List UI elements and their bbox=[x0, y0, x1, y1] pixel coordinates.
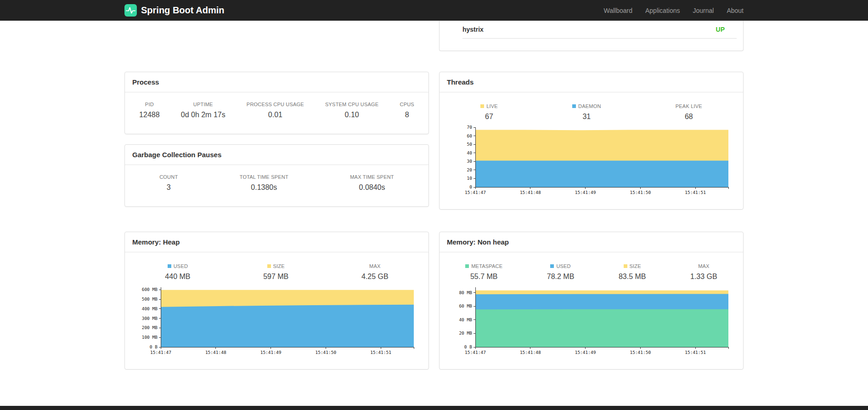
threads-panel: Threads LIVE 67 DAEMON 3 bbox=[439, 72, 744, 210]
svg-text:40 MB: 40 MB bbox=[459, 317, 472, 322]
nav-link-applications[interactable]: Applications bbox=[645, 7, 680, 14]
stat-value: 0d 0h 2m 17s bbox=[181, 111, 225, 119]
stat-value: 0.0840s bbox=[350, 183, 394, 192]
legend-value: 440 MB bbox=[165, 273, 190, 281]
legend-item-max: MAX 4.25 GB bbox=[361, 263, 389, 281]
stat-label: MAX TIME SPENT bbox=[350, 174, 394, 180]
panel-title: Garbage Collection Pauses bbox=[125, 145, 428, 165]
svg-text:15:41:51: 15:41:51 bbox=[685, 190, 706, 195]
stat-gc-max-time: MAX TIME SPENT 0.0840s bbox=[350, 174, 394, 192]
stat-label: CPUS bbox=[400, 102, 414, 107]
nav-link-wallboard[interactable]: Wallboard bbox=[603, 7, 632, 14]
svg-text:15:41:50: 15:41:50 bbox=[630, 190, 651, 195]
legend-value: 4.25 GB bbox=[361, 273, 389, 281]
stat-uptime: UPTIME 0d 0h 2m 17s bbox=[181, 102, 225, 119]
svg-text:40: 40 bbox=[467, 150, 473, 155]
legend-value: 78.2 MB bbox=[547, 273, 575, 281]
svg-text:15:41:48: 15:41:48 bbox=[520, 350, 541, 355]
stat-value: 0.01 bbox=[247, 111, 304, 119]
process-stats: PID 12488 UPTIME 0d 0h 2m 17s PROCESS CP… bbox=[125, 92, 428, 134]
nonheap-memory-panel: Memory: Non heap METASPACE 55.7 MB USED bbox=[439, 232, 744, 370]
process-panel: Process PID 12488 UPTIME 0d 0h 2m 17s PR… bbox=[124, 72, 429, 134]
heap-chart-wrap: 0 B100 MB200 MB300 MB400 MB500 MB600 MB1… bbox=[125, 281, 428, 369]
svg-text:60 MB: 60 MB bbox=[459, 303, 472, 308]
legend-item-size: SIZE 83.5 MB bbox=[619, 263, 646, 281]
heap-memory-panel: Memory: Heap USED 440 MB SIZE bbox=[124, 232, 429, 370]
health-item-name: hystrix bbox=[462, 26, 484, 33]
nav-link-journal[interactable]: Journal bbox=[693, 7, 714, 14]
svg-text:70: 70 bbox=[467, 125, 473, 130]
legend-item-size: SIZE 597 MB bbox=[263, 263, 288, 281]
svg-text:300 MB: 300 MB bbox=[142, 316, 158, 321]
legend-value: 83.5 MB bbox=[619, 273, 646, 281]
gc-stats: COUNT 3 TOTAL TIME SPENT 0.1380s MAX TIM… bbox=[125, 165, 428, 206]
legend-label: METASPACE bbox=[471, 263, 502, 269]
stat-cpus: CPUS 8 bbox=[400, 102, 414, 119]
health-panel: hystrix UP bbox=[439, 21, 744, 51]
nav-link-about[interactable]: About bbox=[727, 7, 744, 14]
legend-label: PEAK LIVE bbox=[676, 103, 702, 109]
legend-swatch bbox=[572, 104, 576, 108]
stat-label: PID bbox=[139, 102, 160, 107]
brand-title: Spring Boot Admin bbox=[141, 5, 224, 16]
footer-bar bbox=[0, 406, 868, 410]
stat-process-cpu: PROCESS CPU USAGE 0.01 bbox=[247, 102, 304, 119]
svg-text:20 MB: 20 MB bbox=[459, 330, 472, 336]
svg-text:60: 60 bbox=[467, 133, 473, 138]
legend-label: MAX bbox=[369, 263, 380, 269]
svg-text:15:41:47: 15:41:47 bbox=[465, 190, 486, 195]
threads-legend: LIVE 67 DAEMON 31 PEAK LIVE bbox=[440, 92, 743, 121]
svg-text:100 MB: 100 MB bbox=[142, 335, 158, 340]
status-badge: UP bbox=[716, 26, 725, 33]
brand[interactable]: Spring Boot Admin bbox=[124, 4, 224, 17]
threads-chart: 01020304050607015:41:4715:41:4815:41:491… bbox=[451, 125, 731, 197]
svg-text:0 B: 0 B bbox=[150, 344, 158, 349]
legend-value: 55.7 MB bbox=[465, 273, 502, 281]
panel-title: Process bbox=[125, 72, 428, 92]
svg-text:30: 30 bbox=[467, 159, 473, 164]
legend-label: LIVE bbox=[486, 103, 498, 109]
stat-pid: PID 12488 bbox=[139, 102, 160, 119]
stat-label: UPTIME bbox=[181, 102, 225, 107]
legend-item-used: USED 78.2 MB bbox=[547, 263, 575, 281]
svg-text:50: 50 bbox=[467, 142, 473, 147]
health-row-section: hystrix UP bbox=[124, 21, 744, 51]
legend-value: 68 bbox=[676, 113, 702, 121]
legend-label: USED bbox=[556, 263, 570, 269]
empty-left-column bbox=[124, 21, 429, 51]
legend-value: 597 MB bbox=[263, 273, 288, 281]
legend-item-metaspace: METASPACE 55.7 MB bbox=[465, 263, 502, 281]
stat-value: 3 bbox=[159, 183, 178, 192]
legend-label: SIZE bbox=[273, 263, 285, 269]
svg-text:15:41:48: 15:41:48 bbox=[205, 350, 226, 355]
svg-text:15:41:49: 15:41:49 bbox=[575, 350, 596, 355]
legend-swatch bbox=[267, 264, 271, 268]
legend-value: 67 bbox=[480, 113, 498, 121]
stat-value: 0.1380s bbox=[240, 183, 288, 192]
svg-text:15:41:50: 15:41:50 bbox=[630, 350, 651, 355]
svg-text:15:41:50: 15:41:50 bbox=[315, 350, 336, 355]
stat-value: 8 bbox=[400, 111, 414, 119]
spring-boot-admin-logo-icon bbox=[124, 4, 137, 17]
nonheap-chart-wrap: 0 B20 MB40 MB60 MB80 MB15:41:4715:41:481… bbox=[440, 281, 743, 369]
svg-text:0: 0 bbox=[469, 184, 472, 189]
stat-label: COUNT bbox=[159, 174, 178, 180]
legend-swatch bbox=[465, 264, 469, 268]
svg-text:0 B: 0 B bbox=[464, 344, 472, 349]
legend-item-used: USED 440 MB bbox=[165, 263, 190, 281]
nonheap-memory-chart: 0 B20 MB40 MB60 MB80 MB15:41:4715:41:481… bbox=[451, 285, 731, 357]
middle-row: Process PID 12488 UPTIME 0d 0h 2m 17s PR… bbox=[124, 72, 744, 210]
legend-value: 31 bbox=[572, 113, 601, 121]
nav-links: Wallboard Applications Journal About bbox=[603, 7, 744, 14]
stat-label: SYSTEM CPU USAGE bbox=[325, 102, 378, 107]
legend-swatch bbox=[480, 104, 484, 108]
navbar: Spring Boot Admin Wallboard Applications… bbox=[0, 0, 868, 21]
panel-title: Memory: Non heap bbox=[440, 232, 743, 252]
legend-label: SIZE bbox=[630, 263, 641, 269]
svg-text:80 MB: 80 MB bbox=[459, 290, 472, 295]
nonheap-legend: METASPACE 55.7 MB USED 78.2 MB bbox=[440, 252, 743, 281]
legend-item-max: MAX 1.33 GB bbox=[690, 263, 717, 281]
svg-text:15:41:49: 15:41:49 bbox=[260, 350, 282, 355]
threads-chart-wrap: 01020304050607015:41:4715:41:4815:41:491… bbox=[440, 121, 743, 209]
panel-title: Memory: Heap bbox=[125, 232, 428, 252]
